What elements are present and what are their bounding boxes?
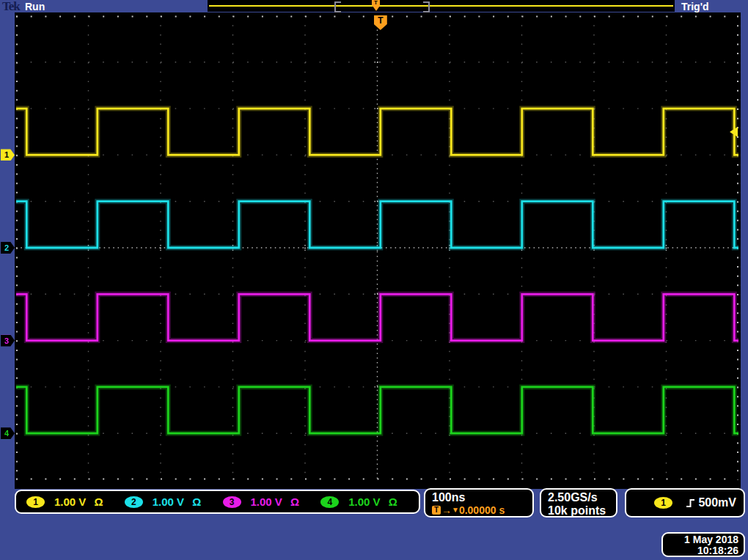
- sample-rate: 2.50GS/s: [548, 491, 616, 504]
- record-view-bar: T: [208, 0, 675, 12]
- trigger-t-icon: T: [372, 0, 380, 6]
- channel-1-coupling: Ω: [94, 495, 103, 508]
- top-status-bar: Tek Run T Trig'd: [0, 0, 748, 12]
- channel-4-scale: 1.00 V: [348, 495, 380, 508]
- trigger-t-label: T: [378, 15, 383, 26]
- window-bracket-right-icon: [423, 1, 430, 12]
- channel-1-marker-label: 1: [4, 150, 9, 159]
- channel-4-badge: 4: [320, 496, 339, 508]
- trigger-level-arrow-icon[interactable]: [730, 127, 738, 137]
- channel-3-readout[interactable]: 3 1.00 V Ω: [223, 495, 321, 508]
- trigger-level-value: 500mV: [696, 496, 736, 509]
- channel-2-readout[interactable]: 2 1.00 V Ω: [125, 495, 223, 508]
- channel-1-position-marker[interactable]: 1: [1, 149, 15, 161]
- graticule: T: [15, 12, 741, 489]
- record-waveform-line: [209, 5, 673, 7]
- channel-1-badge: 1: [26, 496, 45, 508]
- channel-1-readout[interactable]: 1 1.00 V Ω: [26, 495, 125, 508]
- record-trigger-marker-icon[interactable]: T: [371, 0, 381, 12]
- channel-1-scale: 1.00 V: [54, 495, 86, 508]
- timebase-scale: 100ns: [432, 491, 532, 504]
- trigger-t-icon: T: [432, 506, 441, 515]
- acquisition-readout[interactable]: 2.50GS/s 10k points: [540, 488, 617, 517]
- channel-4-marker-label: 4: [4, 429, 9, 438]
- arrow-right-icon: →: [441, 504, 452, 516]
- channel-readout-bar: 1 1.00 V Ω 2 1.00 V Ω 3 1.00 V Ω 4 1.00 …: [15, 490, 420, 514]
- channel-4-coupling: Ω: [389, 495, 397, 508]
- window-bracket-left-icon: [334, 1, 341, 12]
- channel-3-position-marker[interactable]: 3: [1, 335, 15, 347]
- rising-edge-icon: [685, 498, 696, 509]
- channel-2-position-marker[interactable]: 2: [1, 242, 15, 254]
- channel-2-coupling: Ω: [192, 495, 201, 508]
- channel-3-scale: 1.00 V: [251, 495, 282, 508]
- channel-3-marker-label: 3: [4, 336, 9, 345]
- waveform-display: [15, 12, 741, 489]
- oscilloscope-screen: Tek Run T Trig'd T 1 2 3 4 1 1.00 V Ω: [0, 0, 748, 560]
- channel-3-coupling: Ω: [290, 495, 299, 508]
- timebase-delay: T → ▼ 0.00000 s: [432, 504, 532, 516]
- timebase-readout[interactable]: 100ns T → ▼ 0.00000 s: [424, 488, 534, 517]
- trigger-source-badge: 1: [654, 497, 672, 509]
- trigger-status: Trig'd: [681, 1, 709, 12]
- date-label: 1 May 2018: [663, 534, 738, 545]
- acquisition-status: Run: [25, 1, 45, 12]
- trigger-readout[interactable]: 1 500mV: [625, 488, 745, 517]
- triangle-down-icon: [373, 6, 380, 11]
- channel-2-marker-label: 2: [4, 243, 9, 252]
- triangle-down-icon: ▼: [452, 504, 459, 516]
- datetime-box: 1 May 2018 10:18:26: [661, 532, 745, 557]
- channel-2-scale: 1.00 V: [153, 495, 184, 508]
- channel-3-badge: 3: [223, 496, 241, 508]
- channel-4-position-marker[interactable]: 4: [1, 427, 15, 439]
- channel-2-badge: 2: [125, 496, 143, 508]
- time-label: 10:18:26: [663, 545, 738, 556]
- delay-value: 0.00000 s: [459, 504, 505, 516]
- record-length: 10k points: [548, 504, 616, 517]
- channel-4-readout[interactable]: 4 1.00 V Ω: [320, 495, 419, 508]
